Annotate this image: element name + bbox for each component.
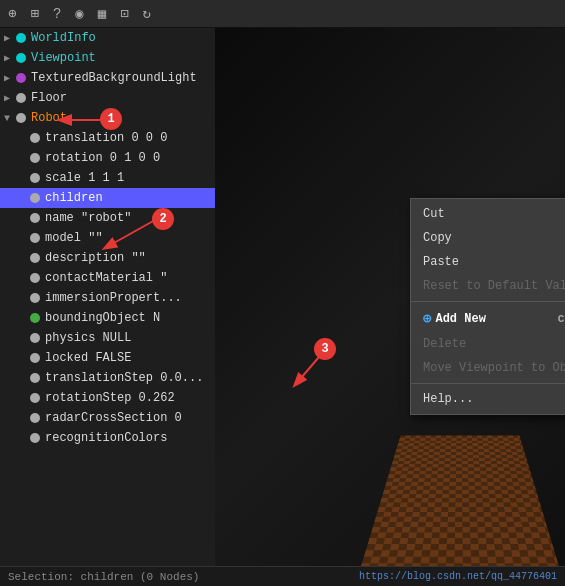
addnew-shortcut: Ctrl+Shift+A <box>558 313 565 325</box>
item-label: name "robot" <box>45 211 131 225</box>
toolbar-icon-7[interactable]: ↻ <box>143 5 151 22</box>
tree-item-model[interactable]: model "" <box>0 228 215 248</box>
menu-item-addnew[interactable]: ⊕ Add New Ctrl+Shift+A <box>411 305 565 332</box>
status-url: https://blog.csdn.net/qq_44776401 <box>359 571 557 582</box>
tree-item-translationstep[interactable]: translationStep 0.0... <box>0 368 215 388</box>
tree-item-translation[interactable]: translation 0 0 0 <box>0 128 215 148</box>
dot-icon <box>16 33 26 43</box>
arrow-icon: ▶ <box>4 72 16 84</box>
toolbar-icon-3[interactable]: ? <box>53 6 61 22</box>
dot-icon <box>16 93 26 103</box>
tree-item-viewpoint[interactable]: ▶ Viewpoint <box>0 48 215 68</box>
tree-item-immersion[interactable]: immersionPropert... <box>0 288 215 308</box>
item-label: TexturedBackgroundLight <box>31 71 197 85</box>
dot-icon <box>30 193 40 203</box>
item-label: Floor <box>31 91 67 105</box>
dot-icon <box>30 153 40 163</box>
tree-item-worldinfo[interactable]: ▶ WorldInfo <box>0 28 215 48</box>
dot-icon <box>16 73 26 83</box>
arrow-icon: ▼ <box>4 113 16 124</box>
item-label: rotationStep 0.262 <box>45 391 175 405</box>
item-label: boundingObject N <box>45 311 160 325</box>
tree-item-rotationstep[interactable]: rotationStep 0.262 <box>0 388 215 408</box>
cut-label: Cut <box>423 207 445 221</box>
item-label: Robot <box>31 111 67 125</box>
menu-item-copy[interactable]: Copy Ctrl+C <box>411 226 565 250</box>
dot-icon <box>30 133 40 143</box>
dot-icon <box>30 433 40 443</box>
item-label: Viewpoint <box>31 51 96 65</box>
item-label: model "" <box>45 231 103 245</box>
main-layout: ▶ WorldInfo ▶ Viewpoint ▶ TexturedBackgr… <box>0 28 565 586</box>
tree-item-locked[interactable]: locked FALSE <box>0 348 215 368</box>
menu-separator-2 <box>411 383 565 384</box>
tree-item-contactmaterial[interactable]: contactMaterial " <box>0 268 215 288</box>
menu-separator-1 <box>411 301 565 302</box>
toolbar-icon-4[interactable]: ◉ <box>75 5 83 22</box>
tree-item-rotation[interactable]: rotation 0 1 0 0 <box>0 148 215 168</box>
dot-icon <box>30 413 40 423</box>
item-label: scale 1 1 1 <box>45 171 124 185</box>
tree-item-bounding[interactable]: boundingObject N <box>0 308 215 328</box>
menu-item-delete: Delete Del <box>411 332 565 356</box>
tree-item-description[interactable]: description "" <box>0 248 215 268</box>
menu-item-cut[interactable]: Cut Ctrl+X <box>411 202 565 226</box>
moveviewpoint-label: Move Viewpoint to Object <box>423 361 565 375</box>
dot-icon <box>30 213 40 223</box>
paste-label: Paste <box>423 255 459 269</box>
dot-icon <box>30 273 40 283</box>
toolbar-icon-5[interactable]: ▦ <box>98 5 106 22</box>
status-text: Selection: children (0 Nodes) <box>8 571 199 583</box>
tree-item-recognition[interactable]: recognitionColors <box>0 428 215 448</box>
item-label: children <box>45 191 103 205</box>
dot-icon <box>30 293 40 303</box>
scene-tree: ▶ WorldInfo ▶ Viewpoint ▶ TexturedBackgr… <box>0 28 215 586</box>
dot-icon <box>30 233 40 243</box>
menu-item-help[interactable]: Help... <box>411 387 565 411</box>
copy-label: Copy <box>423 231 452 245</box>
item-label: locked FALSE <box>45 351 131 365</box>
item-label: description "" <box>45 251 146 265</box>
dot-icon <box>30 173 40 183</box>
dot-icon <box>30 353 40 363</box>
item-label: WorldInfo <box>31 31 96 45</box>
item-label: contactMaterial " <box>45 271 167 285</box>
addnew-label: Add New <box>435 312 485 326</box>
tree-item-tbglight[interactable]: ▶ TexturedBackgroundLight <box>0 68 215 88</box>
toolbar-icon-6[interactable]: ⊡ <box>120 5 128 22</box>
tree-item-children[interactable]: children <box>0 188 215 208</box>
reset-label: Reset to Default Value <box>423 279 565 293</box>
tree-item-name[interactable]: name "robot" <box>0 208 215 228</box>
tree-item-robot[interactable]: ▼ Robot <box>0 108 215 128</box>
menu-item-moveviewpoint: Move Viewpoint to Object Alt+5 <box>411 356 565 380</box>
item-label: immersionPropert... <box>45 291 182 305</box>
dot-icon <box>30 373 40 383</box>
arrow-icon: ▶ <box>4 92 16 104</box>
help-label: Help... <box>423 392 473 406</box>
toolbar-icon-1[interactable]: ⊕ <box>8 5 16 22</box>
dot-icon <box>16 53 26 63</box>
delete-label: Delete <box>423 337 466 351</box>
dot-icon <box>16 113 26 123</box>
tree-item-radar[interactable]: radarCrossSection 0 <box>0 408 215 428</box>
item-label: rotation 0 1 0 0 <box>45 151 160 165</box>
toolbar: ⊕ ⊞ ? ◉ ▦ ⊡ ↻ <box>0 0 565 28</box>
context-menu: Cut Ctrl+X Copy Ctrl+C Paste Ctrl+V Rese… <box>410 198 565 415</box>
menu-item-paste[interactable]: Paste Ctrl+V <box>411 250 565 274</box>
dot-icon <box>30 313 40 323</box>
addnew-icon: ⊕ <box>423 310 431 327</box>
item-label: recognitionColors <box>45 431 167 445</box>
tree-item-floor[interactable]: ▶ Floor <box>0 88 215 108</box>
item-label: translation 0 0 0 <box>45 131 167 145</box>
menu-item-reset: Reset to Default Value <box>411 274 565 298</box>
item-label: translationStep 0.0... <box>45 371 203 385</box>
status-bar: Selection: children (0 Nodes) https://bl… <box>0 566 565 586</box>
arrow-icon: ▶ <box>4 32 16 44</box>
item-label: radarCrossSection 0 <box>45 411 182 425</box>
tree-item-scale[interactable]: scale 1 1 1 <box>0 168 215 188</box>
viewport-3d[interactable]: Cut Ctrl+X Copy Ctrl+C Paste Ctrl+V Rese… <box>215 28 565 586</box>
dot-icon <box>30 253 40 263</box>
dot-icon <box>30 393 40 403</box>
tree-item-physics[interactable]: physics NULL <box>0 328 215 348</box>
toolbar-icon-2[interactable]: ⊞ <box>30 5 38 22</box>
